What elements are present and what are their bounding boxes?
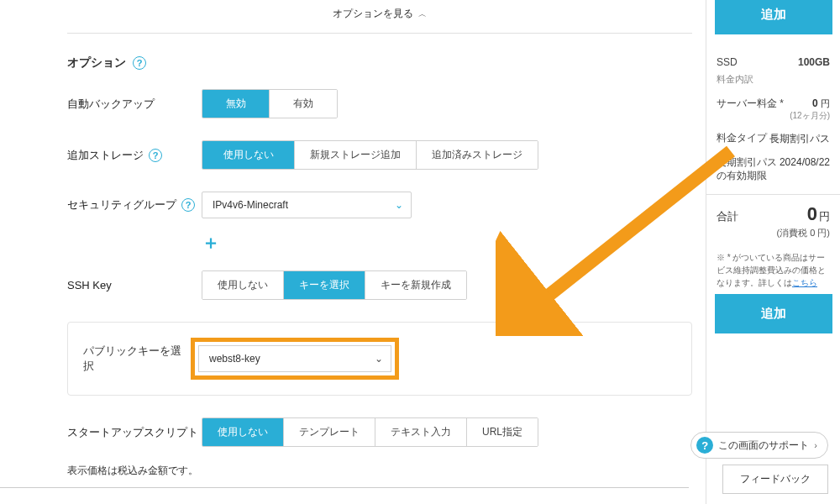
total-row: 合計 0円 — [706, 194, 840, 227]
fee-type-row: 料金タイプ 長期割引パス — [706, 127, 840, 151]
spec-ssd-value: 100GB — [798, 56, 830, 68]
startup-url-button[interactable]: URL指定 — [467, 418, 538, 446]
add-storage-none-button[interactable]: 使用しない — [202, 141, 295, 169]
ssh-key-none-button[interactable]: 使用しない — [202, 271, 284, 299]
pass-expiry-value: 2024/08/22 — [780, 156, 830, 168]
total-unit: 円 — [819, 210, 830, 223]
security-group-value: IPv4v6-Minecraft — [202, 192, 412, 218]
fee-type-value: 長期割引パス — [769, 132, 830, 146]
pass-expiry-row: 長期割引パスの有効期限 2024/08/22 — [706, 151, 840, 187]
pass-expiry-label: 長期割引パスの有効期限 — [717, 156, 780, 182]
price-note: 表示価格は税込み金額です。 — [67, 464, 692, 478]
startup-text-button[interactable]: テキスト入力 — [375, 418, 467, 446]
help-icon[interactable]: ? — [149, 149, 162, 162]
public-key-value: webst8-key — [198, 345, 391, 372]
ssh-key-create-button[interactable]: キーを新規作成 — [365, 271, 466, 299]
options-title: オプション — [67, 55, 126, 71]
disclaimer-link[interactable]: こちら — [792, 278, 817, 287]
public-key-panel: パブリックキーを選択 webst8-key ⌄ — [67, 322, 692, 396]
disclaimer: ※ * がついている商品はサービス維持調整費込みの価格となります。詳しくはこちら — [706, 246, 840, 294]
support-button[interactable]: ? この画面のサポート › — [690, 432, 828, 459]
row-auto-backup: 自動バックアップ 無効 有効 — [67, 89, 692, 118]
startup-none-button[interactable]: 使用しない — [202, 418, 284, 446]
view-options-toggle[interactable]: オプションを見る ︿ — [67, 0, 692, 34]
ssh-key-label: SSH Key — [67, 279, 202, 291]
public-key-label: パブリックキーを選択 — [83, 344, 191, 374]
pricing-sidebar: 追加 SSD 100GB 料金内訳 サーバー料金 * 0 円 (12ヶ月分) 料… — [706, 0, 840, 504]
row-add-storage: 追加ストレージ ? 使用しない 新規ストレージ追加 追加済みストレージ — [67, 140, 692, 170]
total-num: 0 — [807, 203, 817, 224]
add-storage-label-text: 追加ストレージ — [67, 148, 144, 163]
server-fee-unit: 円 — [821, 98, 830, 108]
server-fee-sub: (12ヶ月分) — [790, 110, 830, 122]
total-label: 合計 — [717, 209, 738, 224]
support-label: この画面のサポート — [718, 438, 809, 453]
feedback-button[interactable]: フィードバック — [722, 465, 828, 494]
ssh-key-select-button[interactable]: キーを選択 — [284, 271, 365, 299]
spec-ssd-label: SSD — [717, 56, 738, 68]
auto-backup-disabled-button[interactable]: 無効 — [202, 90, 270, 118]
add-button-top[interactable]: 追加 — [715, 0, 832, 34]
ssh-key-segment: 使用しない キーを選択 キーを新規作成 — [202, 270, 467, 300]
tax-note: (消費税 0 円) — [706, 227, 840, 246]
security-group-label-text: セキュリティグループ — [67, 197, 176, 213]
question-icon: ? — [696, 437, 713, 454]
row-startup-script: スタートアップスクリプト 使用しない テンプレート テキスト入力 URL指定 — [67, 417, 692, 447]
add-storage-new-button[interactable]: 新規ストレージ追加 — [295, 141, 417, 169]
main-content: オプションを見る ︿ オプション ? 自動バックアップ 無効 有効 追加ストレー… — [67, 0, 701, 504]
bottom-bar — [0, 487, 689, 504]
view-options-label: オプションを見る — [333, 8, 413, 19]
startup-template-button[interactable]: テンプレート — [284, 418, 375, 446]
server-fee-row: サーバー料金 * 0 円 (12ヶ月分) — [706, 92, 840, 127]
chevron-up-icon: ︿ — [418, 9, 427, 18]
breakdown-label: 料金内訳 — [706, 73, 840, 92]
total-value: 0円 — [807, 203, 830, 225]
server-fee-label: サーバー料金 * — [717, 97, 784, 111]
add-button-bottom[interactable]: 追加 — [715, 294, 832, 333]
highlight-annotation: webst8-key ⌄ — [191, 338, 399, 380]
fee-type-label: 料金タイプ — [717, 132, 767, 145]
chevron-right-icon: › — [814, 440, 817, 450]
startup-script-label: スタートアップスクリプト — [67, 425, 202, 440]
add-security-group-button[interactable]: ＋ — [202, 230, 692, 255]
security-group-select[interactable]: IPv4v6-Minecraft ⌄ — [202, 192, 412, 218]
auto-backup-enabled-button[interactable]: 有効 — [270, 90, 337, 118]
help-icon[interactable]: ? — [133, 56, 146, 70]
security-group-label: セキュリティグループ ? — [67, 197, 202, 213]
add-storage-existing-button[interactable]: 追加済みストレージ — [417, 141, 538, 169]
server-fee-num: 0 — [812, 97, 818, 109]
help-icon[interactable]: ? — [181, 198, 195, 212]
add-storage-segment: 使用しない 新規ストレージ追加 追加済みストレージ — [202, 140, 538, 170]
section-title-options: オプション ? — [67, 50, 692, 89]
public-key-select[interactable]: webst8-key ⌄ — [198, 345, 391, 372]
add-storage-label: 追加ストレージ ? — [67, 148, 202, 163]
spec-ssd: SSD 100GB — [706, 51, 840, 73]
row-ssh-key: SSH Key 使用しない キーを選択 キーを新規作成 — [67, 270, 692, 300]
startup-script-segment: 使用しない テンプレート テキスト入力 URL指定 — [202, 417, 538, 447]
auto-backup-label: 自動バックアップ — [67, 97, 202, 112]
server-fee-value: 0 円 (12ヶ月分) — [790, 97, 830, 122]
row-security-group: セキュリティグループ ? IPv4v6-Minecraft ⌄ — [67, 192, 692, 218]
auto-backup-segment: 無効 有効 — [202, 89, 338, 118]
